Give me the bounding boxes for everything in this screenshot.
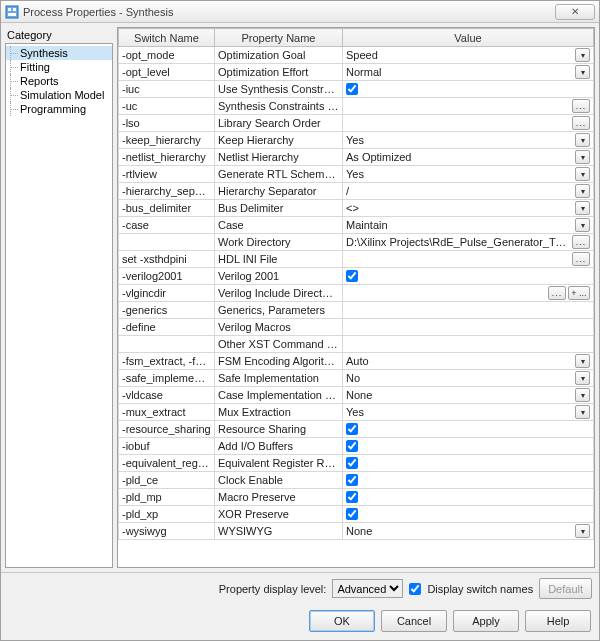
value-cell[interactable]: As Optimized▾	[343, 149, 594, 166]
value-text: Normal	[346, 66, 573, 78]
dropdown-icon[interactable]: ▾	[575, 354, 590, 368]
category-item[interactable]: Programming	[6, 102, 112, 116]
property-row: -pld_ceClock Enable	[119, 472, 594, 489]
col-value-header[interactable]: Value	[343, 29, 594, 47]
value-cell[interactable]	[343, 421, 594, 438]
value-text: Yes	[346, 134, 573, 146]
browse-button[interactable]: ...	[572, 235, 590, 249]
category-item[interactable]: Reports	[6, 74, 112, 88]
value-checkbox[interactable]	[346, 508, 358, 520]
category-item[interactable]: Synthesis	[6, 46, 112, 60]
value-cell[interactable]: None▾	[343, 523, 594, 540]
value-cell[interactable]: D:\Xilinx Projects\RdE_Pulse_Generator_T…	[343, 234, 594, 251]
property-cell: Verilog Macros	[215, 319, 343, 336]
value-cell[interactable]: Yes▾	[343, 132, 594, 149]
browse-button[interactable]: ...	[572, 252, 590, 266]
apply-button[interactable]: Apply	[453, 610, 519, 632]
value-cell[interactable]	[343, 302, 594, 319]
value-cell[interactable]: Maintain▾	[343, 217, 594, 234]
property-cell: Case	[215, 217, 343, 234]
property-row: -hierarchy_separatorHierarchy Separator/…	[119, 183, 594, 200]
value-cell[interactable]	[343, 336, 594, 353]
value-checkbox[interactable]	[346, 491, 358, 503]
display-switch-checkbox[interactable]	[409, 583, 421, 595]
value-cell[interactable]: /▾	[343, 183, 594, 200]
dropdown-icon[interactable]: ▾	[575, 218, 590, 232]
switch-cell: -netlist_hierarchy	[119, 149, 215, 166]
display-switch-label[interactable]: Display switch names	[427, 583, 533, 595]
dropdown-icon[interactable]: ▾	[575, 201, 590, 215]
value-cell[interactable]: <>▾	[343, 200, 594, 217]
value-cell[interactable]: None▾	[343, 387, 594, 404]
value-cell[interactable]: Auto▾	[343, 353, 594, 370]
dropdown-icon[interactable]: ▾	[575, 150, 590, 164]
switch-cell: -iobuf	[119, 438, 215, 455]
value-cell[interactable]: No▾	[343, 370, 594, 387]
property-cell: Library Search Order	[215, 115, 343, 132]
add-button[interactable]: + ...	[568, 286, 590, 300]
property-cell: Work Directory	[215, 234, 343, 251]
value-cell[interactable]: ...	[343, 251, 594, 268]
dropdown-icon[interactable]: ▾	[575, 524, 590, 538]
close-button[interactable]: ✕	[555, 4, 595, 20]
value-cell[interactable]	[343, 81, 594, 98]
browse-button[interactable]: ...	[572, 99, 590, 113]
property-row: -fsm_extract, -fsm_encodingFSM Encoding …	[119, 353, 594, 370]
value-cell[interactable]	[343, 506, 594, 523]
value-cell[interactable]: Yes▾	[343, 166, 594, 183]
col-prop-header[interactable]: Property Name	[215, 29, 343, 47]
value-cell[interactable]: Speed▾	[343, 47, 594, 64]
value-cell[interactable]	[343, 319, 594, 336]
value-checkbox[interactable]	[346, 83, 358, 95]
svg-rect-3	[8, 13, 16, 16]
category-item[interactable]: Fitting	[6, 60, 112, 74]
switch-cell: -fsm_extract, -fsm_encoding	[119, 353, 215, 370]
ok-button[interactable]: OK	[309, 610, 375, 632]
property-row: -safe_implementationSafe ImplementationN…	[119, 370, 594, 387]
value-cell[interactable]	[343, 455, 594, 472]
value-cell[interactable]	[343, 268, 594, 285]
value-cell[interactable]: ...	[343, 115, 594, 132]
value-checkbox[interactable]	[346, 270, 358, 282]
help-button[interactable]: Help	[525, 610, 591, 632]
value-text: Auto	[346, 355, 573, 367]
property-row: -resource_sharingResource Sharing	[119, 421, 594, 438]
value-cell[interactable]: ...	[343, 98, 594, 115]
value-cell[interactable]: Normal▾	[343, 64, 594, 81]
dropdown-icon[interactable]: ▾	[575, 388, 590, 402]
value-cell[interactable]	[343, 489, 594, 506]
switch-cell: -wysiwyg	[119, 523, 215, 540]
cancel-button[interactable]: Cancel	[381, 610, 447, 632]
value-cell[interactable]	[343, 438, 594, 455]
browse-button[interactable]: ...	[572, 116, 590, 130]
property-cell: Generate RTL Schematic	[215, 166, 343, 183]
switch-cell: -hierarchy_separator	[119, 183, 215, 200]
property-row: Other XST Command Line Options	[119, 336, 594, 353]
dropdown-icon[interactable]: ▾	[575, 371, 590, 385]
dropdown-icon[interactable]: ▾	[575, 133, 590, 147]
value-checkbox[interactable]	[346, 474, 358, 486]
property-cell: Safe Implementation	[215, 370, 343, 387]
dropdown-icon[interactable]: ▾	[575, 167, 590, 181]
category-item[interactable]: Simulation Model	[6, 88, 112, 102]
dropdown-icon[interactable]: ▾	[575, 65, 590, 79]
value-checkbox[interactable]	[346, 423, 358, 435]
dropdown-icon[interactable]: ▾	[575, 184, 590, 198]
browse-button[interactable]: ...	[548, 286, 566, 300]
display-level-select[interactable]: Advanced	[332, 579, 403, 598]
col-switch-header[interactable]: Switch Name	[119, 29, 215, 47]
default-button[interactable]: Default	[539, 578, 592, 599]
property-row: -iobufAdd I/O Buffers	[119, 438, 594, 455]
value-cell[interactable]: ...+ ...	[343, 285, 594, 302]
dropdown-icon[interactable]: ▾	[575, 48, 590, 62]
property-row: set -xsthdpiniHDL INI File...	[119, 251, 594, 268]
svg-rect-0	[6, 6, 18, 18]
dropdown-icon[interactable]: ▾	[575, 405, 590, 419]
category-tree[interactable]: SynthesisFittingReportsSimulation ModelP…	[5, 43, 113, 568]
value-cell[interactable]	[343, 472, 594, 489]
property-row: -equivalent_register_removalEquivalent R…	[119, 455, 594, 472]
value-checkbox[interactable]	[346, 457, 358, 469]
property-cell: Hierarchy Separator	[215, 183, 343, 200]
value-checkbox[interactable]	[346, 440, 358, 452]
value-cell[interactable]: Yes▾	[343, 404, 594, 421]
